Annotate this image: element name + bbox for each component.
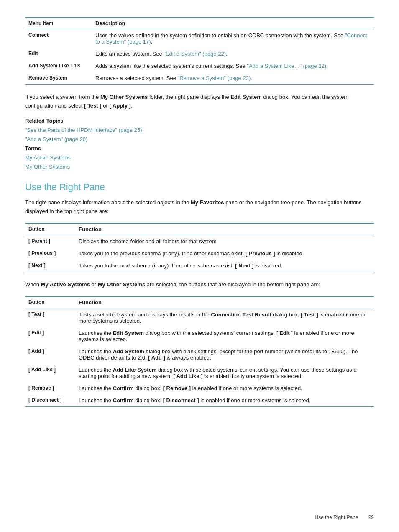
table-row: [ Remove ] Launches the Confirm dialog b… xyxy=(25,382,374,394)
table-row: [ Test ] Tests a selected system and dis… xyxy=(25,308,374,327)
my-favorites-bold: My Favorites xyxy=(191,199,224,206)
footer-title: Use the Right Pane xyxy=(315,514,358,520)
previous-bold: [ Previous ] xyxy=(246,250,275,257)
add-like-link[interactable]: "Add a System Like…" (page 22) xyxy=(247,63,326,69)
active-systems-bold: My Active Systems xyxy=(41,281,90,288)
edit-link[interactable]: "Edit a System" (page 22) xyxy=(164,51,226,57)
table-row: [ Next ] Takes you to the next schema (i… xyxy=(25,260,374,272)
next-bold: [ Next ] xyxy=(235,262,253,269)
table-row: [ Add ] Launches the Add System dialog b… xyxy=(25,345,374,364)
apply-bold: [ Apply ] xyxy=(109,103,131,109)
button-cell: [ Previous ] xyxy=(25,247,75,260)
table-row: [ Parent ] Displays the schema folder an… xyxy=(25,235,374,247)
test-bold: [ Test ] xyxy=(84,103,102,109)
related-topics-heading: Related Topics xyxy=(25,118,64,124)
related-link-2[interactable]: "Add a System" (page 20) xyxy=(25,136,87,142)
table-row: [ Disconnect ] Launches the Confirm dial… xyxy=(25,394,374,407)
when-paragraph: When My Active Systems or My Other Syste… xyxy=(25,280,374,289)
menu-item-col-header: Menu Item xyxy=(25,17,92,29)
button-cell: [ Remove ] xyxy=(25,382,75,394)
function-cell: Displays the schema folder and all folde… xyxy=(75,235,374,247)
button-cell: [ Add ] xyxy=(25,345,75,364)
footer-page: 29 xyxy=(368,514,374,520)
menu-item-cell: Add System Like This xyxy=(25,60,92,72)
terms-heading: Terms xyxy=(25,145,41,152)
button-cell: [ Next ] xyxy=(25,260,75,272)
description-cell: Edits an active system. See "Edit a Syst… xyxy=(92,48,374,60)
term-other-systems[interactable]: My Other Systems xyxy=(25,162,374,172)
description-cell: Uses the values defined in the system de… xyxy=(92,29,374,48)
table-row: Remove System Removes a selected system.… xyxy=(25,72,374,85)
table-row: [ Previous ] Takes you to the previous s… xyxy=(25,247,374,260)
menu-item-cell: Connect xyxy=(25,29,92,48)
term-active-systems[interactable]: My Active Systems xyxy=(25,153,374,162)
button-cell: [ Add Like ] xyxy=(25,364,75,382)
table-row: [ Add Like ] Launches the Add Like Syste… xyxy=(25,364,374,382)
intro-paragraph: If you select a system from the My Other… xyxy=(25,93,374,111)
function-col-header: Function xyxy=(75,223,374,235)
section-title: Use the Right Pane xyxy=(25,182,374,193)
bottom-buttons-table: Button Function [ Test ] Tests a selecte… xyxy=(25,296,374,407)
button-col-header: Button xyxy=(25,223,75,235)
function-cell: Launches the Add System dialog box with … xyxy=(75,345,374,364)
connect-link[interactable]: "Connect to a System" (page 17) xyxy=(95,32,367,45)
function-col-header2: Function xyxy=(75,296,374,308)
function-cell: Launches the Confirm dialog box. [ Disco… xyxy=(75,394,374,407)
top-menu-table: Menu Item Description Connect Uses the v… xyxy=(25,17,374,85)
my-other-systems-bold: My Other Systems xyxy=(100,94,148,100)
function-cell: Tests a selected system and displays the… xyxy=(75,308,374,327)
table-row: Add System Like This Adds a system like … xyxy=(25,60,374,72)
function-cell: Takes you to the previous schema (if any… xyxy=(75,247,374,260)
table-row: [ Edit ] Launches the Edit System dialog… xyxy=(25,327,374,345)
function-cell: Takes you to the next schema (if any). I… xyxy=(75,260,374,272)
button-cell: [ Test ] xyxy=(25,308,75,327)
table-row: Connect Uses the values defined in the s… xyxy=(25,29,374,48)
function-cell: Launches the Edit System dialog box with… xyxy=(75,327,374,345)
description-cell: Adds a system like the selected system's… xyxy=(92,60,374,72)
function-cell: Launches the Add Like System dialog box … xyxy=(75,364,374,382)
related-link-1[interactable]: "See the Parts of the HPDM Interface" (p… xyxy=(25,127,142,133)
menu-item-cell: Remove System xyxy=(25,72,92,85)
menu-item-cell: Edit xyxy=(25,48,92,60)
button-cell: [ Edit ] xyxy=(25,327,75,345)
button-cell: [ Disconnect ] xyxy=(25,394,75,407)
button-cell: [ Parent ] xyxy=(25,235,75,247)
remove-link[interactable]: "Remove a System" (page 23) xyxy=(178,75,251,81)
button-col-header2: Button xyxy=(25,296,75,308)
function-cell: Launches the Confirm dialog box. [ Remov… xyxy=(75,382,374,394)
nav-buttons-table: Button Function [ Parent ] Displays the … xyxy=(25,223,374,272)
page-footer: Use the Right Pane 29 xyxy=(315,514,374,520)
description-col-header: Description xyxy=(92,17,374,29)
edit-system-bold: Edit System xyxy=(230,94,261,100)
table-row: Edit Edits an active system. See "Edit a… xyxy=(25,48,374,60)
description-cell: Removes a selected system. See "Remove a… xyxy=(92,72,374,85)
section-intro-paragraph: The right pane displays information abou… xyxy=(25,198,374,216)
other-systems-bold: My Other Systems xyxy=(98,281,145,288)
related-topics-block: Related Topics "See the Parts of the HPD… xyxy=(25,116,374,172)
